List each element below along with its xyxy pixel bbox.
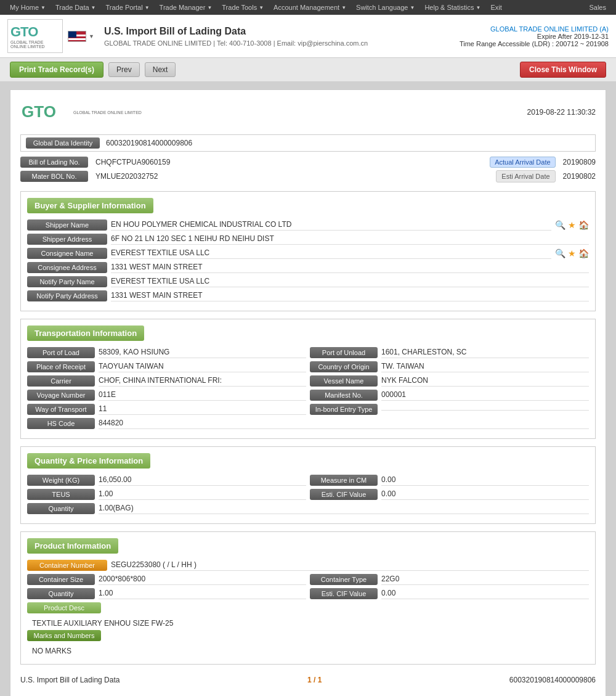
expire-info: Expire After 2019-12-31: [460, 33, 609, 40]
nav-help-statistics[interactable]: Help & Statistics ▼: [419, 0, 485, 15]
nav-exit[interactable]: Exit: [485, 0, 506, 15]
inbond-entry-value: [381, 409, 589, 411]
country-of-origin-value: TW. TAIWAN: [381, 362, 589, 372]
mater-bol-row: Mater BOL No. YMLUE202032752 Esti Arriva…: [20, 170, 596, 182]
quantity-price-section: Quantity & Price Information Weight (KG)…: [20, 446, 596, 524]
actual-arrival-value: 20190809: [563, 158, 596, 166]
container-size-type-row: Container Size 2000*806*800 Container Ty…: [27, 574, 589, 585]
prev-button[interactable]: Prev: [108, 62, 140, 77]
search-icon[interactable]: 🔍: [555, 248, 565, 258]
language-flag[interactable]: ▼: [68, 31, 94, 42]
hs-code-label: HS Code: [27, 418, 95, 429]
measure-cm-value: 0.00: [381, 475, 589, 486]
record-logo-sub: GLOBAL TRADE ONLINE LIMITED: [73, 110, 142, 115]
notify-party-address-value: 1331 WEST MAIN STREET: [111, 291, 589, 301]
quantity-label: Quantity: [27, 503, 95, 514]
product-header: Product Information: [27, 538, 118, 554]
esti-cif-label: Esti. CIF Value: [310, 489, 378, 500]
record-timestamp: 2019-08-22 11:30:32: [527, 108, 596, 117]
measure-col: Measure in CM 0.00: [310, 475, 589, 486]
flag-icon: [68, 31, 86, 42]
container-type-value: 22G0: [381, 575, 589, 585]
main-content: GTO GLOBAL TRADE ONLINE LIMITED 2019-08-…: [0, 82, 616, 696]
consignee-name-value: EVEREST TEXTILE USA LLC: [111, 248, 551, 259]
notify-party-name-row: Notify Party Name EVEREST TEXTILE USA LL…: [27, 276, 589, 287]
quantity-value: 1.00(BAG): [99, 504, 589, 514]
nav-sales[interactable]: Sales: [584, 0, 611, 15]
gto-logo-svg: GTO: [20, 100, 70, 125]
chevron-down-icon: ▼: [145, 5, 150, 10]
container-number-value: SEGU2253080 ( / L / HH ): [111, 560, 589, 571]
shipper-address-row: Shipper Address 6F NO 21 LN 120 SEC 1 NE…: [27, 234, 589, 245]
port-of-load-value: 58309, KAO HSIUNG: [99, 348, 306, 358]
consignee-name-row: Consignee Name EVEREST TEXTILE USA LLC 🔍…: [27, 248, 589, 259]
global-data-identity-value: 600320190814000009806: [106, 139, 192, 147]
nav-account-management[interactable]: Account Management ▼: [269, 0, 351, 15]
company-link[interactable]: GLOBAL TRADE ONLINE LIMITED (A): [460, 25, 609, 33]
product-cif-col: Esti. CIF Value 0.00: [310, 588, 589, 599]
hs-code-value: 844820: [99, 419, 589, 429]
carrier-label: Carrier: [27, 375, 95, 387]
port-unload-col: Port of Unload 1601, CHARLESTON, SC: [310, 347, 589, 358]
print-button[interactable]: Print Trade Record(s): [10, 62, 103, 78]
way-of-transport-value: 11: [99, 404, 306, 415]
nav-trade-manager[interactable]: Trade Manager ▼: [155, 0, 217, 15]
marks-label: Marks and Numbers: [27, 630, 101, 641]
logo-text: GTO: [10, 24, 60, 40]
carrier-value: CHOF, CHINA INTERNATIONAL FRI:: [99, 376, 306, 387]
port-load-col: Port of Load 58309, KAO HSIUNG: [27, 347, 306, 358]
nav-trade-data[interactable]: Trade Data ▼: [51, 0, 101, 15]
close-button[interactable]: Close This Window: [520, 62, 606, 78]
vessel-col: Vessel Name NYK FALCON: [310, 375, 589, 387]
page-title: U.S. Import Bill of Lading Data: [104, 26, 368, 37]
actual-arrival-tag: Actual Arrival Date: [490, 157, 555, 168]
product-desc-label: Product Desc: [27, 602, 101, 613]
nav-trade-tools[interactable]: Trade Tools ▼: [217, 0, 269, 15]
measure-cm-label: Measure in CM: [310, 475, 378, 486]
record-header: GTO GLOBAL TRADE ONLINE LIMITED 2019-08-…: [20, 100, 596, 125]
search-icon[interactable]: 🔍: [555, 220, 565, 230]
star-icon[interactable]: ★: [568, 220, 576, 230]
consignee-address-row: Consignee Address 1331 WEST MAIN STREET: [27, 262, 589, 273]
chevron-down-icon: ▼: [476, 5, 480, 10]
port-row: Port of Load 58309, KAO HSIUNG Port of U…: [27, 347, 589, 358]
home-icon[interactable]: 🏠: [578, 220, 589, 230]
product-quantity-label: Quantity: [27, 588, 95, 599]
top-navigation: My Home ▼ Trade Data ▼ Trade Portal ▼ Tr…: [0, 0, 616, 15]
global-data-identity-row: Global Data Identity 6003201908140000098…: [20, 134, 596, 152]
quantity-row: Quantity 1.00(BAG): [27, 503, 589, 514]
product-qty-col: Quantity 1.00: [27, 588, 306, 599]
way-transport-col: Way of Transport 11: [27, 404, 306, 415]
star-icon[interactable]: ★: [568, 248, 576, 258]
product-quantity-value: 1.00: [99, 589, 306, 599]
esti-arrival-value: 20190802: [563, 172, 596, 181]
next-button[interactable]: Next: [145, 62, 176, 77]
inbond-col: In-bond Entry Type: [310, 404, 589, 415]
hs-code-row: HS Code 844820: [27, 418, 589, 429]
consignee-address-value: 1331 WEST MAIN STREET: [111, 263, 589, 273]
teus-label: TEUS: [27, 489, 95, 500]
nav-trade-portal[interactable]: Trade Portal ▼: [101, 0, 155, 15]
container-number-row: Container Number SEGU2253080 ( / L / HH …: [27, 560, 589, 571]
chevron-down-icon: ▼: [410, 5, 415, 10]
home-icon[interactable]: 🏠: [578, 248, 589, 258]
bol-no-value: CHQFCTPUA9060159: [95, 158, 485, 166]
nav-switch-language[interactable]: Switch Language ▼: [351, 0, 419, 15]
container-size-value: 2000*806*800: [99, 575, 306, 585]
container-size-label: Container Size: [27, 574, 95, 585]
nav-my-home[interactable]: My Home ▼: [5, 0, 51, 15]
teus-value: 1.00: [99, 489, 306, 500]
shipper-name-label: Shipper Name: [27, 219, 107, 231]
record-footer: U.S. Import Bill of Lading Data 1 / 1 60…: [20, 672, 596, 688]
record-footer-id: 600320190814000009806: [509, 676, 596, 684]
esti-arrival-tag: Esti Arrival Date: [496, 170, 555, 182]
company-logo: GTO GLOBAL TRADE ONLINE LIMITED: [7, 19, 63, 53]
weight-value: 16,050.00: [99, 475, 306, 486]
notify-party-address-label: Notify Party Address: [27, 290, 107, 301]
product-section: Product Information Container Number SEG…: [20, 531, 596, 665]
product-desc-value: TEXTILE AUXILIARY ENHOU SIZE FW-25: [27, 616, 589, 630]
transport-inbond-row: Way of Transport 11 In-bond Entry Type: [27, 404, 589, 415]
marks-row: Marks and Numbers: [27, 630, 589, 641]
manifest-no-value: 000001: [381, 390, 589, 401]
marks-value: NO MARKS: [27, 644, 589, 658]
